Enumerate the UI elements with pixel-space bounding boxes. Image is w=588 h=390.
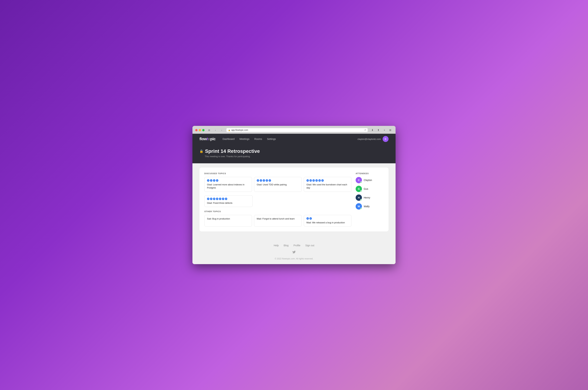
- footer-blog[interactable]: Blog: [284, 244, 289, 247]
- url-text: app.flowtopic.com: [231, 129, 248, 131]
- main-content: DISCUSSED TOPICS Glad: Learned more abo: [193, 163, 395, 239]
- vote-dot: [210, 179, 212, 182]
- vote-dot: [210, 198, 212, 200]
- vote-dot: [260, 179, 262, 182]
- attendee-row-clayton: C Clayton: [356, 177, 384, 183]
- online-indicator: [360, 190, 362, 192]
- other-topic-text-2: Mad: Forgot to attend lunch and learn: [257, 217, 299, 220]
- topic-votes-3: [306, 179, 349, 182]
- twitter-icon[interactable]: [199, 250, 389, 255]
- footer-copyright: © 2022 flowtopic.com. All rights reserve…: [199, 257, 389, 260]
- empty-space: [255, 195, 351, 207]
- footer-links: Help Blog Profile Sign out: [199, 244, 389, 247]
- grid-icon[interactable]: ⊞: [388, 128, 393, 132]
- reload-icon[interactable]: ↺: [364, 129, 366, 131]
- footer-profile[interactable]: Profile: [294, 244, 300, 247]
- attendee-row-wally: W Wally: [356, 203, 384, 209]
- vote-dot: [321, 179, 324, 182]
- vote-dot: [309, 217, 312, 220]
- attendee-row-henry: H Henry: [356, 195, 384, 201]
- browser-titlebar: ⊞ ‹ › 🔒 app.flowtopic.com ↺ ⬇ ⬆ + ⊞: [193, 126, 395, 134]
- vote-dot: [269, 179, 271, 182]
- other-topics-grid: Sad: Bug in production Mad: Forgot to at…: [204, 215, 351, 227]
- attendee-name-gus: Gus: [364, 188, 368, 190]
- footer-help[interactable]: Help: [274, 244, 279, 247]
- vote-dot: [263, 179, 265, 182]
- vote-dot: [306, 179, 309, 182]
- vote-dot: [207, 198, 209, 200]
- footer: Help Blog Profile Sign out © 2022 flowto…: [193, 239, 395, 264]
- vote-dot: [266, 179, 268, 182]
- download-icon[interactable]: ⬇: [370, 128, 375, 132]
- vote-dot: [213, 198, 215, 200]
- online-indicator: [360, 199, 362, 201]
- vote-dot: [225, 198, 227, 200]
- app: flowtopic Dashboard Meetings Rooms Setti…: [193, 134, 395, 264]
- share-icon[interactable]: ⬆: [376, 128, 381, 132]
- attendee-row-gus: G Gus: [356, 186, 384, 192]
- sidebar-toggle-button[interactable]: ⊞: [207, 128, 211, 132]
- browser-window: ⊞ ‹ › 🔒 app.flowtopic.com ↺ ⬇ ⬆ + ⊞ flow…: [193, 126, 395, 264]
- new-tab-icon[interactable]: +: [382, 128, 387, 132]
- online-indicator: [360, 182, 362, 183]
- vote-dot: [213, 179, 215, 182]
- attendees-label: ATTENDEES: [356, 172, 384, 175]
- discussed-topics-label: DISCUSSED TOPICS: [204, 172, 351, 175]
- nav-dashboard[interactable]: Dashboard: [223, 138, 235, 140]
- attendee-avatar-wally: W: [356, 203, 362, 209]
- attendee-name-henry: Henry: [364, 196, 370, 199]
- vote-dot: [312, 179, 315, 182]
- other-topic-card-1: Sad: Bug in production: [204, 215, 252, 227]
- vote-dot: [309, 179, 312, 182]
- page-subtitle: This meeting is over. Thanks for partici…: [205, 155, 389, 158]
- other-topic-text-1: Sad: Bug in production: [207, 217, 249, 220]
- other-topic-votes-3: [306, 217, 349, 220]
- topic-card-1: Glad: Learned more about indexes in Post…: [204, 177, 252, 192]
- other-topics-label: OTHER TOPICS: [204, 210, 351, 212]
- url-bar[interactable]: 🔒 app.flowtopic.com ↺: [226, 128, 368, 132]
- page-title: Sprint 14 Retrospective: [205, 148, 260, 154]
- attendee-avatar-gus: G: [356, 186, 362, 192]
- nav-rooms[interactable]: Rooms: [254, 138, 262, 140]
- nav-links: Dashboard Meetings Rooms Settings: [223, 138, 358, 140]
- forward-button[interactable]: ›: [219, 128, 224, 132]
- fullscreen-button[interactable]: [202, 129, 204, 131]
- footer-signout[interactable]: Sign out: [305, 244, 314, 247]
- close-button[interactable]: [195, 129, 197, 131]
- vote-dot: [222, 198, 224, 200]
- vote-dot: [318, 179, 321, 182]
- topic-text-2: Glad: Used TDD while pairing: [257, 183, 299, 186]
- attendee-name-clayton: Clayton: [364, 179, 372, 182]
- attendee-avatar-clayton: C: [356, 177, 362, 183]
- logo-highlight: t: [207, 137, 208, 141]
- top-nav: flowtopic Dashboard Meetings Rooms Setti…: [193, 134, 395, 144]
- main-card: DISCUSSED TOPICS Glad: Learned more abo: [199, 168, 389, 231]
- nav-user: clayton@claytonlz.com C: [358, 136, 389, 142]
- online-indicator: [360, 208, 362, 209]
- vote-dot: [216, 179, 218, 182]
- topic-card-3: Glad: We used the burndown chart each da…: [304, 177, 351, 192]
- vote-dot: [257, 179, 259, 182]
- user-email: clayton@claytonlz.com: [358, 138, 381, 140]
- topic-card-2: Glad: Used TDD while pairing: [254, 177, 302, 192]
- back-button[interactable]: ‹: [213, 128, 218, 132]
- vote-dot: [306, 217, 309, 220]
- topic-card-4: Glad: Fixed three defects: [204, 195, 253, 207]
- vote-dot: [219, 198, 221, 200]
- discussed-topics-grid-2: Glad: Fixed three defects: [204, 195, 351, 207]
- minimize-button[interactable]: [199, 129, 201, 131]
- traffic-lights: [195, 129, 204, 131]
- page-header: 🔒 Sprint 14 Retrospective This meeting i…: [193, 144, 395, 163]
- vote-dot: [216, 198, 218, 200]
- nav-settings[interactable]: Settings: [267, 138, 276, 140]
- topics-section: DISCUSSED TOPICS Glad: Learned more abo: [204, 172, 351, 227]
- browser-controls: ⊞ ‹ ›: [207, 128, 224, 132]
- topic-votes-4: [207, 198, 250, 200]
- lock-icon: 🔒: [228, 129, 230, 131]
- discussed-topics-grid-1: Glad: Learned more about indexes in Post…: [204, 177, 351, 192]
- topic-votes-2: [257, 179, 299, 182]
- attendees-section: ATTENDEES C Clayton G Gus: [356, 172, 384, 227]
- nav-meetings[interactable]: Meetings: [240, 138, 249, 140]
- topic-text-3: Glad: We used the burndown chart each da…: [306, 183, 349, 189]
- user-avatar[interactable]: C: [383, 136, 389, 142]
